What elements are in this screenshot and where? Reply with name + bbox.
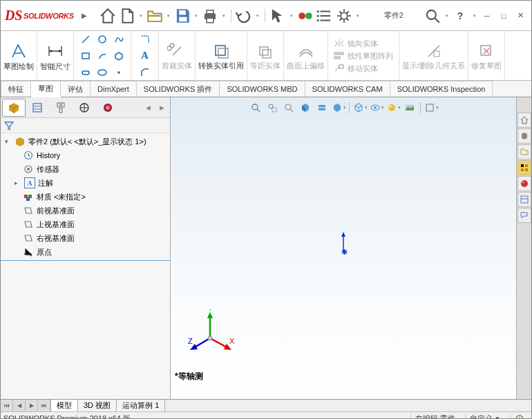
tab-dimxpert[interactable]: DimXpert (91, 81, 137, 97)
expander-icon[interactable]: ▾ (5, 138, 12, 145)
linear-pattern[interactable]: 线性草图阵列 (334, 51, 393, 61)
tree-annotations[interactable]: ▸ A 注解 (1, 176, 170, 190)
minimize-button[interactable]: ─ (479, 9, 495, 23)
panel-nav-right[interactable]: ▶ (155, 99, 169, 117)
save-dropdown[interactable] (193, 13, 200, 19)
undo-dropdown[interactable] (254, 13, 261, 19)
settings-gear-icon[interactable] (335, 7, 353, 25)
slot-tool[interactable] (78, 65, 93, 80)
tab-mbd[interactable]: SOLIDWORKS MBD (220, 81, 305, 97)
tab-motion-study[interactable]: 运动算例 1 (117, 400, 165, 411)
circle-tool[interactable] (95, 32, 110, 47)
close-button[interactable]: ✕ (512, 9, 529, 23)
solidworks-resources-tab[interactable] (517, 113, 531, 128)
tab-cam[interactable]: SOLIDWORKS CAM (305, 81, 390, 97)
status-unit-system[interactable] (510, 414, 529, 420)
previous-view-icon[interactable] (281, 100, 296, 115)
tree-root[interactable]: ▾ 零件2 (默认< <默认>_显示状态 1>) (1, 135, 170, 148)
expander-icon[interactable]: ▸ (15, 179, 21, 186)
hide-show-icon[interactable] (369, 100, 384, 115)
status-custom-menu[interactable]: 自定义 ▼ (465, 413, 504, 419)
convert-group[interactable]: 转换实体引用 (196, 31, 247, 80)
spline-tool[interactable] (111, 32, 126, 47)
graphics-viewport[interactable]: ✱ Y X Z *等轴测 (171, 97, 516, 399)
panel-nav-left[interactable]: ◀ (141, 99, 155, 117)
repair-sketch-group[interactable]: 修复草图 (468, 31, 505, 80)
tree-right-plane[interactable]: 右视基准面 (1, 231, 170, 245)
tab-addins[interactable]: SOLIDWORKS 插件 (137, 81, 220, 97)
tree-origin[interactable]: 原点 (1, 245, 170, 259)
tab-inspection[interactable]: SOLIDWORKS Inspection (390, 81, 493, 97)
search-dropdown[interactable] (443, 13, 450, 19)
custom-properties-tab[interactable] (517, 192, 531, 207)
rect-tool[interactable] (78, 48, 93, 64)
config-manager-tab[interactable] (49, 99, 73, 117)
fillet-tool[interactable] (137, 32, 153, 47)
chamfer-tool[interactable] (137, 65, 153, 80)
dynamic-section-icon[interactable] (314, 100, 330, 115)
select-icon[interactable] (269, 7, 287, 25)
smart-dim-group[interactable]: 智能尺寸 (37, 31, 74, 80)
polygon-tool[interactable] (111, 48, 126, 64)
tab-evaluate[interactable]: 评估 (61, 81, 91, 97)
file-explorer-tab[interactable] (517, 144, 531, 159)
trim-group[interactable]: 剪裁实体 (159, 31, 196, 80)
zoom-area-icon[interactable] (265, 100, 280, 115)
options-list-icon[interactable] (316, 7, 334, 25)
tree-rollback-bar[interactable] (1, 260, 170, 261)
tab-sketch[interactable]: 草图 (31, 81, 61, 97)
new-dropdown[interactable] (137, 13, 144, 19)
help-icon[interactable]: ? (451, 7, 469, 25)
tree-history[interactable]: History (1, 148, 170, 162)
maximize-button[interactable]: □ (495, 9, 512, 23)
move-entities[interactable]: 移动实体 (334, 64, 378, 73)
view-orientation-icon[interactable] (331, 100, 346, 115)
settings-dropdown[interactable] (354, 13, 361, 19)
point-tool[interactable] (111, 65, 126, 80)
tree-sensors[interactable]: 传感器 (1, 162, 170, 176)
new-icon[interactable] (118, 7, 136, 25)
mirror-entities[interactable]: 镜向实体 (334, 39, 378, 48)
view-settings-icon[interactable] (424, 100, 439, 115)
line-tool[interactable] (78, 32, 93, 47)
appearances-tab[interactable] (517, 176, 531, 191)
text-tool[interactable]: A (137, 48, 153, 64)
open-icon[interactable] (146, 7, 164, 25)
rebuild-icon[interactable] (296, 7, 314, 25)
tab-nav-prev[interactable]: ◀ (13, 400, 26, 411)
edit-appearance-icon[interactable] (386, 100, 401, 115)
tree-material[interactable]: 材质 <未指定> (1, 190, 170, 204)
feature-manager-tab[interactable] (2, 99, 26, 117)
arc-tool[interactable] (95, 48, 110, 64)
on-surface-group[interactable]: 曲面上偏移 (284, 31, 328, 80)
display-delete-group[interactable]: 显示/删除几何关系 (399, 31, 468, 80)
select-dropdown[interactable] (288, 13, 295, 19)
tab-model[interactable]: 模型 (51, 400, 78, 411)
display-style-icon[interactable] (352, 100, 368, 115)
ellipse-tool[interactable] (95, 65, 110, 80)
tab-nav-first[interactable]: ⏮ (1, 400, 13, 411)
tree-top-plane[interactable]: 上视基准面 (1, 217, 170, 231)
tab-3d-view[interactable]: 3D 视图 (78, 400, 117, 411)
logo-expand-chevron[interactable]: ▶ (78, 12, 91, 19)
forum-tab[interactable] (517, 208, 531, 223)
filter-icon[interactable] (3, 120, 15, 131)
help-dropdown[interactable] (471, 13, 477, 19)
offset-group[interactable]: 等距实体 (247, 31, 284, 80)
zoom-fit-icon[interactable] (248, 100, 263, 115)
open-dropdown[interactable] (165, 13, 172, 19)
orientation-triad[interactable]: Y X Z (188, 309, 236, 359)
section-view-icon[interactable] (298, 100, 313, 115)
view-palette-tab[interactable] (517, 160, 531, 175)
print-icon[interactable] (201, 7, 219, 25)
tab-nav-next[interactable]: ▶ (26, 400, 38, 411)
save-icon[interactable] (173, 7, 191, 25)
home-icon[interactable] (99, 7, 117, 25)
apply-scene-icon[interactable] (402, 100, 417, 115)
display-manager-tab[interactable] (96, 99, 120, 117)
tab-features[interactable]: 特征 (1, 81, 31, 97)
property-manager-tab[interactable] (26, 99, 49, 117)
sketch-draw-group[interactable]: 草图绘制 (1, 31, 37, 80)
tab-nav-last[interactable]: ⏭ (38, 400, 50, 411)
dimxpert-manager-tab[interactable] (73, 99, 96, 117)
